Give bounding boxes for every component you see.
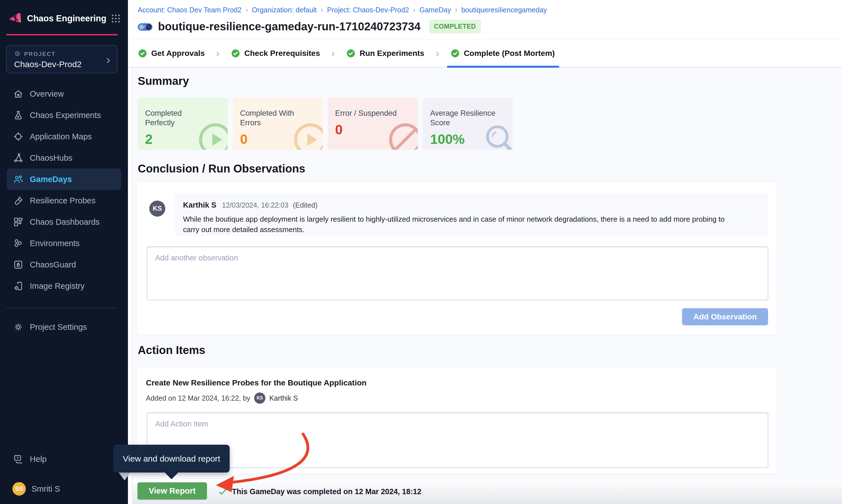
- hub-network-icon: [13, 152, 23, 163]
- card-label: Completed Perfectly: [145, 108, 212, 128]
- tab-check-prerequisites[interactable]: Check Prerequisites: [231, 40, 320, 67]
- completion-message: This GameDay was completed on 12 Mar 202…: [232, 487, 421, 496]
- tab-complete-post-mortem[interactable]: Complete (Post Mortem): [450, 40, 555, 67]
- tab-get-approvals[interactable]: Get Approvals: [138, 40, 205, 67]
- sidebar-item-label: Overview: [30, 89, 64, 98]
- step-label: Get Approvals: [151, 49, 205, 58]
- sidebar-item-chaos-dashboards[interactable]: Chaos Dashboards: [0, 211, 128, 233]
- project-selector[interactable]: PROJECT Chaos-Dev-Prod2 ›: [6, 45, 118, 73]
- card-completed-perfectly: Completed Perfectly 2: [138, 98, 228, 150]
- brand-title: Chaos Engineering: [27, 14, 111, 23]
- check-circle-icon: [450, 49, 460, 58]
- observations-panel: KS Karthik S 12/03/2024, 16:22:03 (Edite…: [136, 182, 777, 335]
- check-circle-icon: [231, 49, 240, 58]
- document-gear-icon: [13, 281, 23, 291]
- action-item-title: Create New Resilience Probes for the Bou…: [146, 378, 367, 388]
- add-observation-input[interactable]: [147, 246, 768, 300]
- breadcrumb-gameday-name[interactable]: boutiqueresiliencegameday: [461, 6, 547, 14]
- observation-comment: Karthik S 12/03/2024, 16:22:03 (Edited) …: [175, 194, 768, 236]
- sidebar-item-label: Project Settings: [30, 323, 87, 332]
- sidebar-item-application-maps[interactable]: Application Maps: [0, 126, 128, 147]
- breadcrumb-separator: ›: [245, 6, 248, 14]
- sidebar-item-chaos-experiments[interactable]: Chaos Experiments: [0, 105, 128, 126]
- users-icon: [13, 174, 23, 184]
- gear-icon: [13, 322, 23, 332]
- sidebar-item-resilience-probes[interactable]: Resilience Probes: [0, 190, 128, 211]
- footer-bar: View Report This GameDay was completed o…: [133, 480, 842, 504]
- avatar: KS: [149, 201, 165, 217]
- add-observation-button[interactable]: Add Observation: [682, 308, 768, 325]
- project-label: PROJECT: [24, 51, 56, 57]
- card-value: 100%: [430, 131, 513, 147]
- action-item-meta: Added on 12 Mar 2024, 16:22, by KS Karth…: [146, 393, 298, 404]
- card-label: Average Resilience Score: [430, 108, 497, 128]
- breadcrumb: Account: Chaos Dev Team Prod2 › Organiza…: [138, 6, 547, 14]
- sidebar-item-label: Help: [30, 454, 47, 464]
- chevron-right-icon: ›: [436, 48, 439, 59]
- sidebar-item-chaoshubs[interactable]: ChaosHubs: [0, 147, 128, 168]
- sidebar-item-gamedays[interactable]: GameDays: [7, 168, 121, 190]
- sidebar-settings-section: Project Settings: [0, 316, 128, 338]
- action-items-heading: Action Items: [138, 344, 205, 357]
- user-name: Smriti S: [32, 484, 60, 493]
- tab-run-experiments[interactable]: Run Experiments: [346, 40, 424, 67]
- harness-chaos-logo-icon: [8, 11, 22, 26]
- step-label: Run Experiments: [359, 49, 424, 58]
- card-error-suspended: Error / Suspended 0: [328, 98, 418, 150]
- step-label: Check Prerequisites: [244, 49, 320, 58]
- gameday-stepper: Get Approvals › Check Prerequisites › Ru…: [128, 40, 842, 68]
- sidebar-item-image-registry[interactable]: Image Registry: [0, 275, 128, 297]
- comment-edited-label: (Edited): [293, 201, 318, 209]
- chevron-right-icon: ›: [331, 48, 335, 59]
- sidebar-menu: Overview Chaos Experiments Application M…: [0, 83, 128, 297]
- add-action-item-input[interactable]: [147, 412, 768, 468]
- comment-timestamp: 12/03/2024, 16:22:03: [222, 201, 288, 209]
- sidebar-item-project-settings[interactable]: Project Settings: [0, 316, 128, 338]
- sidebar-item-label: Chaos Dashboards: [30, 217, 100, 227]
- lock-shield-icon: [13, 259, 23, 270]
- sidebar-item-label: Resilience Probes: [30, 196, 95, 205]
- action-items-panel: Create New Resilience Probes for the Bou…: [136, 367, 777, 474]
- dashboard-grid-icon: [13, 217, 23, 227]
- status-badge: COMPLETED: [429, 20, 481, 33]
- summary-cards: Completed Perfectly 2 Completed With Err…: [138, 98, 513, 150]
- sidebar: Chaos Engineering PROJECT Chaos-Dev-Prod…: [0, 0, 128, 504]
- card-value: 0: [240, 131, 323, 147]
- breadcrumb-separator: ›: [455, 6, 457, 14]
- check-circle-icon: [346, 49, 356, 58]
- sidebar-item-label: Image Registry: [30, 282, 85, 291]
- sidebar-item-environments[interactable]: Environments: [0, 233, 128, 254]
- breadcrumb-gameday[interactable]: GameDay: [419, 6, 451, 14]
- tooltip-text: View and download report: [123, 454, 220, 464]
- breadcrumb-project[interactable]: Project: Chaos-Dev-Prod2: [327, 6, 409, 14]
- user-profile[interactable]: SS Smriti S: [0, 478, 128, 500]
- sidebar-item-label: Application Maps: [30, 132, 92, 141]
- chevron-right-icon: ›: [216, 48, 220, 59]
- avatar: KS: [254, 393, 265, 404]
- chevron-right-icon: ›: [106, 54, 110, 66]
- sidebar-item-help[interactable]: ? Help: [0, 448, 128, 470]
- breadcrumb-separator: ›: [321, 6, 323, 14]
- app-grid-icon[interactable]: [111, 14, 121, 23]
- comment-body: While the boutique app deployment is lar…: [183, 214, 734, 235]
- breadcrumb-organization[interactable]: Organization: default: [252, 6, 317, 14]
- card-label: Error / Suspended: [335, 108, 403, 118]
- project-name: Chaos-Dev-Prod2: [14, 59, 117, 69]
- action-item-author: Karthik S: [269, 394, 298, 402]
- flask-icon: [13, 110, 23, 121]
- svg-text:?: ?: [17, 456, 19, 460]
- view-report-button[interactable]: View Report: [138, 482, 207, 500]
- sidebar-item-overview[interactable]: Overview: [0, 83, 128, 105]
- breadcrumb-account[interactable]: Account: Chaos Dev Team Prod2: [138, 6, 242, 14]
- sidebar-item-label: Chaos Experiments: [30, 111, 101, 120]
- page-title: boutique-resilience-gameday-run-17102407…: [158, 20, 421, 33]
- sidebar-help-section: ? Help: [0, 448, 128, 470]
- content-gutter: [128, 68, 133, 504]
- check-icon: [218, 487, 227, 497]
- hexagons-icon: [13, 238, 23, 249]
- completion-message-row: This GameDay was completed on 12 Mar 202…: [218, 480, 421, 504]
- avatar: SS: [12, 482, 26, 496]
- sidebar-item-chaosguard[interactable]: ChaosGuard: [0, 254, 128, 275]
- help-chat-icon: ?: [13, 454, 23, 464]
- test-tube-icon: [13, 195, 23, 206]
